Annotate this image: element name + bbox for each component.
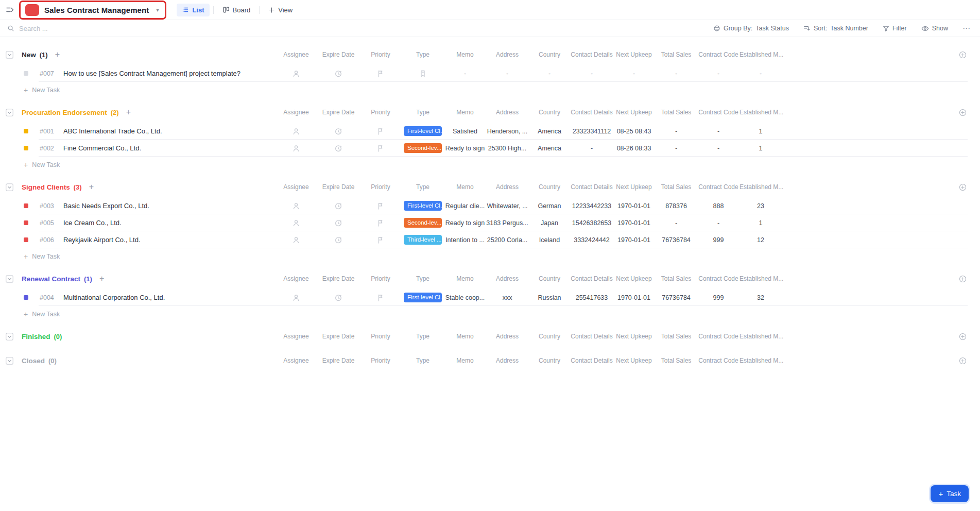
task-title[interactable]: Ice Cream Co., Ltd. xyxy=(63,219,122,227)
column-header-memo[interactable]: Memo xyxy=(444,275,486,282)
add-column-button[interactable] xyxy=(959,275,967,283)
column-header-memo[interactable]: Memo xyxy=(444,333,486,340)
type-pill[interactable]: First-level Cl... xyxy=(404,126,442,137)
column-header-address[interactable]: Address xyxy=(486,109,528,116)
column-header-assignee[interactable]: Assignee xyxy=(275,183,317,191)
column-header-priority[interactable]: Priority xyxy=(359,183,402,191)
status-square[interactable] xyxy=(24,237,28,242)
group-add-button[interactable]: + xyxy=(89,183,94,191)
type-cell[interactable]: Second-lev... xyxy=(402,218,444,228)
task-title[interactable]: ABC International Trade Co., Ltd. xyxy=(63,127,162,135)
add-task-button[interactable]: + Task xyxy=(931,485,969,502)
column-header-assignee[interactable]: Assignee xyxy=(275,51,317,58)
column-header-next-upkeep[interactable]: Next Upkeep xyxy=(613,109,655,116)
collapse-checkbox-icon[interactable] xyxy=(6,183,13,191)
memo-cell[interactable]: Stable coop... xyxy=(444,294,486,301)
column-header-contact-details[interactable]: Contact Details xyxy=(571,275,613,282)
column-header-total-sales[interactable]: Total Sales xyxy=(655,109,697,116)
priority-cell[interactable] xyxy=(359,202,402,210)
column-header-memo[interactable]: Memo xyxy=(444,183,486,191)
group-name[interactable]: Procuration Endorsement xyxy=(22,109,107,116)
add-column-button[interactable] xyxy=(959,109,967,116)
column-header-contract-code[interactable]: Contract Code xyxy=(697,109,740,116)
type-pill[interactable]: First-level Cl... xyxy=(404,293,442,303)
group-name[interactable]: Signed Clients xyxy=(22,183,70,191)
tab-board[interactable]: Board xyxy=(217,4,256,16)
memo-cell[interactable]: Regular clie... xyxy=(444,202,486,210)
collapse-checkbox-icon[interactable] xyxy=(6,275,13,283)
column-header-priority[interactable]: Priority xyxy=(359,109,402,116)
address-cell[interactable]: Henderson, ... xyxy=(486,128,528,135)
priority-cell[interactable] xyxy=(359,294,402,302)
group-add-button[interactable]: + xyxy=(126,108,131,116)
collapse-checkbox-icon[interactable] xyxy=(6,109,13,116)
contact-details-cell[interactable]: 23323341112 xyxy=(571,128,613,135)
new-task-button[interactable]: + New Task xyxy=(0,306,980,322)
column-header-established-m[interactable]: Established M... xyxy=(740,109,786,116)
column-header-established-m[interactable]: Established M... xyxy=(740,275,786,282)
add-column-button[interactable] xyxy=(959,183,967,191)
task-title[interactable]: How to use [Sales Contract Management] p… xyxy=(63,70,240,77)
total-sales-cell[interactable]: 76736784 xyxy=(655,236,697,244)
column-header-priority[interactable]: Priority xyxy=(359,51,402,58)
contract-code-cell[interactable]: 999 xyxy=(697,236,740,244)
expire-date-cell[interactable] xyxy=(317,144,359,152)
column-header-total-sales[interactable]: Total Sales xyxy=(655,51,697,58)
status-square[interactable] xyxy=(24,220,28,225)
type-cell[interactable] xyxy=(402,70,444,78)
column-header-expire-date[interactable]: Expire Date xyxy=(317,109,359,116)
memo-cell[interactable]: Ready to sign xyxy=(444,145,486,152)
column-header-type[interactable]: Type xyxy=(402,183,444,191)
sidebar-toggle-icon[interactable] xyxy=(5,5,14,14)
assignee-cell[interactable] xyxy=(275,236,317,244)
column-header-total-sales[interactable]: Total Sales xyxy=(655,183,697,191)
contract-code-cell[interactable]: - xyxy=(697,128,740,135)
priority-cell[interactable] xyxy=(359,219,402,227)
country-cell[interactable]: - xyxy=(528,70,571,77)
status-square[interactable] xyxy=(24,295,28,300)
contact-details-cell[interactable]: 15426382653 xyxy=(571,219,613,227)
column-header-next-upkeep[interactable]: Next Upkeep xyxy=(613,51,655,58)
assignee-cell[interactable] xyxy=(275,219,317,227)
add-column-button[interactable] xyxy=(959,333,967,340)
address-cell[interactable]: xxx xyxy=(486,294,528,301)
next-upkeep-cell[interactable]: 1970-01-01 xyxy=(613,236,655,244)
task-title[interactable]: Fine Commercial Co., Ltd. xyxy=(63,144,141,152)
contract-code-cell[interactable]: - xyxy=(697,145,740,152)
column-header-address[interactable]: Address xyxy=(486,183,528,191)
column-header-next-upkeep[interactable]: Next Upkeep xyxy=(613,333,655,340)
next-upkeep-cell[interactable]: 1970-01-01 xyxy=(613,219,655,227)
memo-cell[interactable]: Ready to sign xyxy=(444,219,486,227)
status-square[interactable] xyxy=(24,146,28,150)
expire-date-cell[interactable] xyxy=(317,236,359,244)
column-header-address[interactable]: Address xyxy=(486,333,528,340)
more-button[interactable]: ⋯ xyxy=(962,24,971,33)
status-square[interactable] xyxy=(24,129,28,133)
contact-details-cell[interactable]: 3332424442 xyxy=(571,236,613,244)
search-input[interactable] xyxy=(18,24,203,33)
country-cell[interactable]: Russian xyxy=(528,294,571,301)
type-pill[interactable]: Second-lev... xyxy=(404,218,442,228)
memo-cell[interactable]: Satisfied xyxy=(444,128,486,135)
next-upkeep-cell[interactable]: 08-26 08:33 xyxy=(613,145,655,152)
total-sales-cell[interactable]: 878376 xyxy=(655,202,697,210)
collapse-checkbox-icon[interactable] xyxy=(6,357,13,365)
next-upkeep-cell[interactable]: 08-25 08:43 xyxy=(613,128,655,135)
established-cell[interactable]: 23 xyxy=(740,202,782,210)
country-cell[interactable]: America xyxy=(528,128,571,135)
column-header-established-m[interactable]: Established M... xyxy=(740,333,786,340)
column-header-country[interactable]: Country xyxy=(528,275,571,282)
group-name[interactable]: New xyxy=(22,51,36,59)
contact-details-cell[interactable]: - xyxy=(571,70,613,77)
column-header-established-m[interactable]: Established M... xyxy=(740,51,786,58)
established-cell[interactable]: 1 xyxy=(740,128,782,135)
column-header-type[interactable]: Type xyxy=(402,51,444,58)
column-header-country[interactable]: Country xyxy=(528,357,571,364)
status-square[interactable] xyxy=(24,71,28,76)
priority-cell[interactable] xyxy=(359,236,402,244)
new-task-button[interactable]: + New Task xyxy=(0,157,980,173)
total-sales-cell[interactable]: - xyxy=(655,70,697,77)
expire-date-cell[interactable] xyxy=(317,294,359,302)
established-cell[interactable]: 12 xyxy=(740,236,782,244)
expire-date-cell[interactable] xyxy=(317,219,359,227)
